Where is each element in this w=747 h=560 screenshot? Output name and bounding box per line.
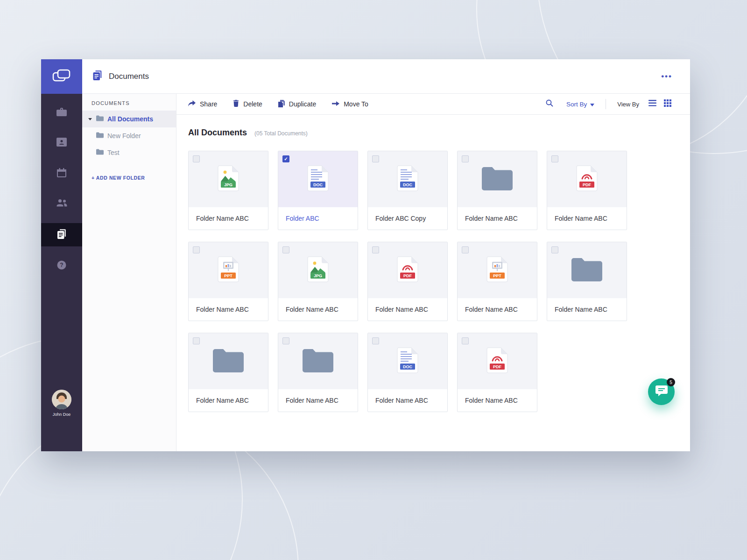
add-new-folder-button[interactable]: + ADD NEW FOLDER: [92, 175, 176, 181]
document-card[interactable]: DOC Folder ABC Copy: [367, 151, 448, 230]
svg-text:JPG: JPG: [224, 182, 233, 187]
card-preview: DOC: [278, 151, 358, 207]
card-checkbox[interactable]: [282, 155, 289, 162]
document-card[interactable]: Folder Name ABC: [188, 333, 268, 412]
card-label: Folder Name ABC: [458, 389, 537, 412]
card-checkbox[interactable]: [193, 246, 200, 253]
share-icon: [188, 100, 196, 108]
card-checkbox[interactable]: [462, 337, 469, 344]
grid-view-icon: [664, 99, 671, 109]
nav-calendar[interactable]: [41, 158, 82, 189]
folder-item-test[interactable]: Test: [82, 144, 176, 161]
folders-panel-title: DOCUMENTS: [82, 100, 176, 111]
delete-button[interactable]: Delete: [233, 100, 262, 108]
document-grid: JPG Folder Name ABC DOC Folder ABC D: [188, 151, 676, 412]
document-card[interactable]: PPT Folder Name ABC: [188, 242, 268, 321]
card-preview: PDF: [547, 151, 627, 207]
grid-view-button[interactable]: [664, 99, 671, 109]
toolbar: Share Delete: [176, 94, 690, 115]
card-checkbox[interactable]: [462, 155, 469, 162]
card-label: Folder Name ABC: [458, 298, 537, 321]
list-view-button[interactable]: [648, 100, 656, 108]
card-checkbox[interactable]: [551, 155, 558, 162]
svg-text:JPG: JPG: [314, 273, 322, 278]
document-card[interactable]: Folder Name ABC: [278, 333, 358, 412]
more-menu-button[interactable]: •••: [661, 72, 672, 81]
svg-text:?: ?: [60, 262, 63, 268]
search-button[interactable]: [546, 99, 553, 109]
document-card[interactable]: Folder Name ABC: [547, 242, 627, 321]
doc-icon: DOC: [397, 165, 418, 193]
card-checkbox[interactable]: [372, 337, 379, 344]
card-preview: PDF: [458, 333, 537, 389]
doc-icon: DOC: [397, 347, 418, 375]
card-checkbox[interactable]: [551, 246, 558, 253]
card-label: Folder Name ABC: [189, 389, 268, 412]
search-icon: [546, 99, 553, 109]
card-label: Folder Name ABC: [368, 389, 447, 412]
view-by-label: View By: [617, 101, 639, 108]
nav-contacts[interactable]: [41, 128, 82, 158]
sort-by-dropdown[interactable]: Sort By: [566, 101, 594, 108]
svg-text:DOC: DOC: [403, 182, 413, 187]
folder-item-label: Test: [107, 149, 120, 156]
document-card[interactable]: Folder Name ABC: [457, 151, 537, 230]
share-button[interactable]: Share: [188, 100, 217, 108]
card-checkbox[interactable]: [282, 337, 289, 344]
documents-stack-icon: [57, 229, 66, 241]
rail-icon-menu: ?: [41, 98, 82, 281]
avatar[interactable]: [52, 390, 71, 409]
card-checkbox[interactable]: [282, 246, 289, 253]
card-checkbox[interactable]: [193, 337, 200, 344]
folder-item-label: All Documents: [107, 115, 153, 123]
document-card[interactable]: DOC Folder Name ABC: [367, 333, 448, 412]
duplicate-button[interactable]: Duplicate: [278, 100, 316, 109]
folder-item-new-folder[interactable]: New Folder: [82, 127, 176, 144]
nav-users[interactable]: [41, 189, 82, 219]
document-card[interactable]: PDF Folder Name ABC: [547, 151, 627, 230]
section-heading: All Documents: [188, 128, 247, 138]
pdf-icon: PDF: [486, 347, 508, 375]
folder-item-all-documents[interactable]: All Documents: [82, 111, 176, 127]
toolbar-divider: [606, 99, 606, 109]
card-preview: PPT: [189, 242, 268, 298]
sort-by-label: Sort By: [566, 101, 587, 108]
svg-text:DOC: DOC: [403, 364, 413, 369]
document-card[interactable]: PPT Folder Name ABC: [457, 242, 537, 321]
document-card[interactable]: JPG Folder Name ABC: [278, 242, 358, 321]
card-checkbox[interactable]: [462, 246, 469, 253]
app-logo[interactable]: [41, 59, 82, 94]
move-to-button[interactable]: Move To: [332, 100, 368, 108]
chevron-down-icon: [88, 118, 92, 120]
card-label: Folder Name ABC: [189, 298, 268, 321]
move-to-icon: [332, 100, 339, 108]
card-preview: [189, 333, 268, 389]
document-card[interactable]: DOC Folder ABC: [278, 151, 358, 230]
document-card[interactable]: PDF Folder Name ABC: [367, 242, 448, 321]
chat-fab-button[interactable]: 5: [648, 378, 675, 405]
card-label: Folder Name ABC: [278, 389, 358, 412]
card-preview: PDF: [368, 242, 447, 298]
calendar-icon: [57, 168, 66, 179]
document-card[interactable]: JPG Folder Name ABC: [188, 151, 268, 230]
card-checkbox[interactable]: [193, 155, 200, 162]
card-preview: [547, 242, 627, 298]
share-label: Share: [200, 100, 217, 108]
list-view-icon: [648, 100, 656, 108]
svg-text:PDF: PDF: [403, 273, 412, 278]
jpg-icon: JPG: [218, 165, 239, 193]
document-card[interactable]: PDF Folder Name ABC: [457, 333, 537, 412]
ppt-icon: PPT: [218, 256, 239, 284]
card-checkbox[interactable]: [372, 155, 379, 162]
contact-card-icon: [56, 138, 67, 148]
trash-icon: [233, 100, 239, 108]
nav-documents[interactable]: [41, 223, 82, 246]
folder-item-label: New Folder: [107, 132, 141, 140]
chat-badge: 5: [667, 378, 675, 386]
card-checkbox[interactable]: [372, 246, 379, 253]
nav-briefcase[interactable]: [41, 98, 82, 128]
nav-help[interactable]: ?: [41, 251, 82, 281]
card-preview: [458, 151, 537, 207]
folder-icon: [482, 166, 513, 192]
card-preview: PPT: [458, 242, 537, 298]
